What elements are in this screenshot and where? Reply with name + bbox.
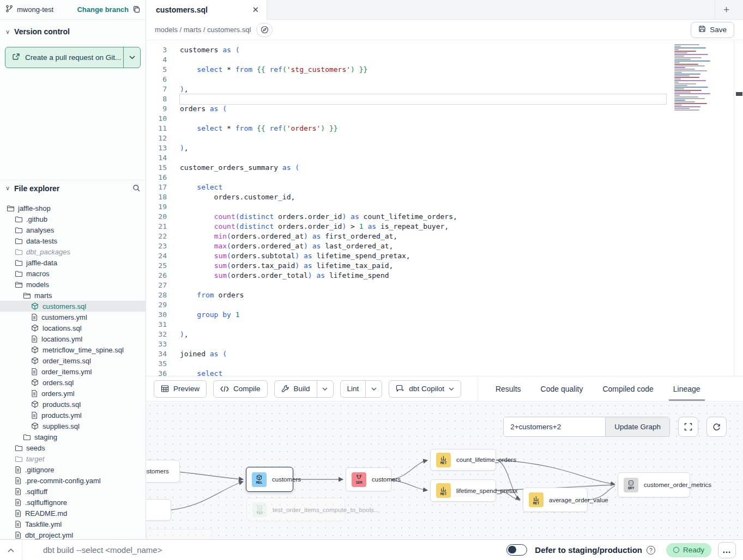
- file-explorer-header[interactable]: ∨ File explorer: [0, 180, 146, 196]
- tree-item-orders-yml[interactable]: orders.yml: [0, 388, 146, 399]
- create-pr-button[interactable]: Create a pull request on Git...: [5, 47, 123, 68]
- tree-item-label: metricflow_time_spine.sql: [43, 346, 124, 354]
- explore-lineage-icon[interactable]: [256, 23, 273, 37]
- editor-scrollbar[interactable]: [736, 92, 742, 96]
- tree-item-models[interactable]: models: [0, 279, 146, 290]
- lineage-node-average-order-value[interactable]: METaverage_order_value: [523, 488, 588, 512]
- tree-item-macros[interactable]: macros: [0, 268, 146, 279]
- tree-item-customers-sql[interactable]: customers.sql: [0, 301, 146, 312]
- tree-item-metricflow-time-spine-sql[interactable]: metricflow_time_spine.sql: [0, 344, 146, 355]
- version-control-header[interactable]: ∨ Version control: [0, 25, 146, 38]
- tree-item-dbt-project-yml[interactable]: dbt_project.yml: [0, 529, 146, 539]
- line-number: 17: [146, 182, 167, 192]
- lineage-panel[interactable]: stg_customersordersMDLcustomersTSTtest_o…: [146, 402, 743, 539]
- tree-item-locations-yml[interactable]: locations.yml: [0, 333, 146, 344]
- lineage-node-customers-model[interactable]: MDLcustomers: [246, 467, 293, 492]
- tree-item-jaffle-shop[interactable]: jaffle-shop: [0, 203, 146, 214]
- tree-item--sqlfluffignore[interactable]: .sqlfluffignore: [0, 497, 146, 508]
- search-icon[interactable]: [132, 184, 141, 192]
- close-icon[interactable]: ✕: [252, 5, 259, 15]
- tree-item-products-sql[interactable]: products.sql: [0, 399, 146, 410]
- tree-item-order-items-sql[interactable]: order_items.sql: [0, 355, 146, 366]
- line-number: 19: [146, 202, 167, 212]
- lint-button[interactable]: Lint: [341, 381, 366, 397]
- create-pr-dropdown-chevron[interactable]: [123, 47, 140, 68]
- lineage-node-label: customer_order_metrics: [644, 482, 711, 488]
- fullscreen-button[interactable]: [678, 417, 698, 437]
- tab-results[interactable]: Results: [486, 376, 531, 401]
- editor-minimap[interactable]: [672, 40, 715, 111]
- chevron-down-icon: [449, 387, 454, 391]
- lineage-node-count-lifetime-orders[interactable]: METcount_lifetime_orders: [430, 449, 496, 471]
- lineage-node-customers-semantic[interactable]: SEMcustomers: [346, 467, 391, 491]
- tree-item-orders-sql[interactable]: orders.sql: [0, 377, 146, 388]
- tree-item-order-items-yml[interactable]: order_items.yml: [0, 366, 146, 377]
- tree-item-label: dbt_project.yml: [25, 531, 73, 539]
- tab-compiled-code[interactable]: Compiled code: [593, 376, 663, 401]
- lineage-node-stg-customers[interactable]: stg_customers: [146, 460, 180, 483]
- tree-item--pre-commit-config-yaml[interactable]: .pre-commit-config.yaml: [0, 475, 146, 486]
- line-number: 6: [146, 75, 167, 84]
- lineage-node-lifetime-spend-pretax[interactable]: METlifetime_spend_pretax: [430, 479, 496, 502]
- tree-item-data-tests[interactable]: data-tests: [0, 235, 146, 246]
- code-line-15: 15customer_orders_summary as (: [146, 163, 666, 173]
- tree-item-seeds[interactable]: seeds: [0, 442, 146, 453]
- lint-split-button: Lint: [340, 380, 383, 398]
- copy-icon[interactable]: [132, 5, 141, 14]
- defer-toggle[interactable]: [506, 544, 527, 556]
- git-branch-row: mwong-test Change branch: [0, 0, 146, 20]
- line-number: 7: [146, 84, 167, 94]
- met-badge-icon: MET: [529, 492, 543, 507]
- new-tab-button[interactable]: +: [715, 0, 738, 19]
- lineage-node-customer-order-metrics[interactable]: QRYcustomer_order_metrics: [618, 472, 690, 497]
- code-line-30: 30 group by 1: [146, 310, 666, 320]
- code-editor[interactable]: 3customers as (45 select * from {{ ref('…: [146, 40, 743, 376]
- tree-item-supplies-sql[interactable]: supplies.sql: [0, 421, 146, 431]
- more-options-button[interactable]: …: [718, 542, 736, 558]
- compile-button[interactable]: Compile: [213, 380, 268, 398]
- change-branch-link[interactable]: Change branch: [77, 5, 129, 14]
- update-graph-button[interactable]: Update Graph: [605, 417, 669, 436]
- refresh-button[interactable]: [706, 417, 727, 437]
- tree-item--github[interactable]: .github: [0, 214, 146, 224]
- breadcrumb: models / marts / customers.sql: [155, 26, 251, 34]
- tree-item-dbt-packages[interactable]: dbt_packages: [0, 246, 146, 257]
- line-number: 9: [146, 104, 167, 114]
- tree-item-target[interactable]: target: [0, 453, 146, 464]
- preview-button[interactable]: Preview: [154, 380, 207, 398]
- command-input[interactable]: dbt build --select <model_name>: [43, 545, 506, 555]
- model-icon: [31, 324, 39, 332]
- tree-item-readme-md[interactable]: README.md: [0, 508, 146, 519]
- tree-item-customers-yml[interactable]: customers.yml: [0, 312, 146, 322]
- help-icon[interactable]: ?: [647, 546, 655, 555]
- tree-item-taskfile-yml[interactable]: Taskfile.yml: [0, 519, 146, 529]
- tree-item-label: data-tests: [26, 237, 57, 245]
- tree-item-label: orders.yml: [41, 389, 75, 398]
- lint-dropdown-chevron[interactable]: [365, 381, 382, 397]
- build-dropdown-chevron[interactable]: [317, 381, 333, 397]
- tree-item-label: target: [26, 455, 44, 463]
- tab-code-quality[interactable]: Code quality: [531, 376, 593, 401]
- tree-item-locations-sql[interactable]: locations.sql: [0, 322, 146, 333]
- lineage-node-test-order-items[interactable]: TSTtest_order_items_compute_to_bools...: [246, 498, 345, 521]
- lineage-node-orders[interactable]: orders: [146, 499, 171, 521]
- code-line-8: 8: [146, 94, 666, 104]
- dbt-copilot-button[interactable]: dbt Copilot: [389, 380, 461, 398]
- collapse-panel-chevron[interactable]: [0, 548, 22, 552]
- tree-item--sqlfluff[interactable]: .sqlfluff: [0, 486, 146, 497]
- build-button[interactable]: Build: [275, 381, 317, 397]
- tree-item-label: jaffle-data: [26, 259, 57, 267]
- lineage-node-label: stg_customers: [146, 468, 169, 474]
- tree-item-marts[interactable]: marts: [0, 290, 146, 301]
- save-button[interactable]: Save: [691, 22, 734, 38]
- tab-lineage[interactable]: Lineage: [663, 376, 710, 401]
- lineage-selector-input[interactable]: [504, 417, 605, 436]
- tree-item-staging[interactable]: staging: [0, 431, 146, 442]
- tab-customers-sql[interactable]: customers.sql ✕: [146, 0, 267, 20]
- lineage-node-partial-node[interactable]: [146, 529, 213, 539]
- tree-item-products-yml[interactable]: products.yml: [0, 410, 146, 421]
- tree-item--gitignore[interactable]: .gitignore: [0, 464, 146, 475]
- line-number: 27: [146, 281, 167, 290]
- tree-item-analyses[interactable]: analyses: [0, 224, 146, 235]
- tree-item-jaffle-data[interactable]: jaffle-data: [0, 257, 146, 268]
